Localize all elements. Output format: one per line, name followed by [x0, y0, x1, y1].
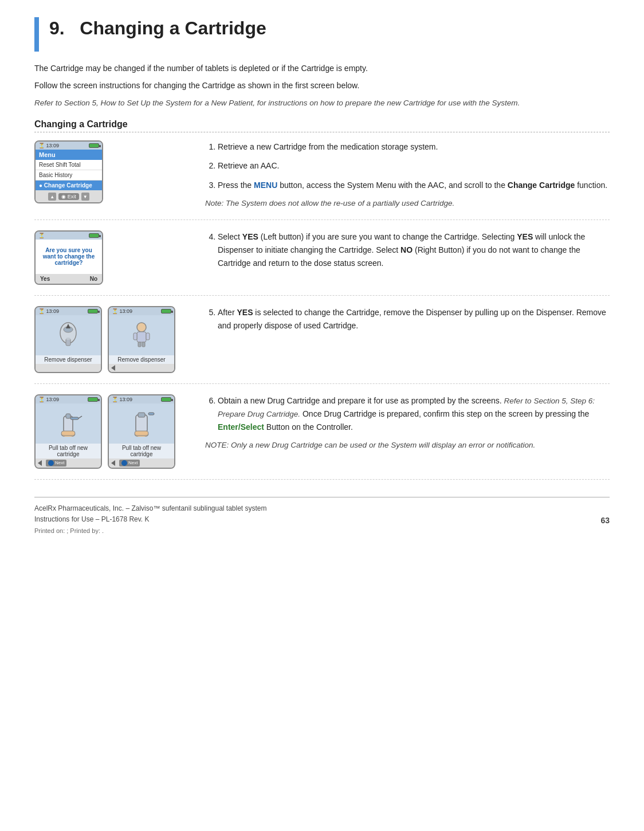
- device-topbar-2: ⏳: [36, 232, 102, 240]
- device-time-1: ⏳ 13:09: [38, 143, 59, 148]
- page-footer: AcelRx Pharmaceuticals, Inc. – Zalviso™ …: [34, 497, 610, 525]
- battery-icon-4a: [88, 397, 98, 402]
- device-pull-2: ⏳ 13:09: [108, 394, 175, 469]
- confirm-text: Are you sure you want to change the cart…: [40, 247, 97, 266]
- next-btn-1[interactable]: Next: [46, 460, 66, 467]
- block-4: ⏳ 13:09: [34, 394, 610, 480]
- yes-label[interactable]: Yes: [40, 276, 50, 282]
- yes-keyword: YES: [242, 232, 258, 241]
- chapter-header: 9. Changing a Cartridge: [34, 17, 610, 52]
- section-title: Changing a Cartridge: [34, 119, 610, 132]
- remove-screens-row: ⏳ 13:09: [34, 306, 189, 373]
- remove-body-1: [36, 315, 101, 355]
- instruction-1: Retrieve a new Cartridge from the medica…: [218, 140, 610, 154]
- svg-rect-6: [137, 332, 146, 342]
- up-arrow-btn[interactable]: ▲: [48, 193, 56, 201]
- svg-point-5: [137, 323, 146, 332]
- intro-line-2: Follow the screen instructions for chang…: [34, 79, 610, 92]
- block-3: ⏳ 13:09: [34, 306, 610, 384]
- device-time-4a: ⏳ 13:09: [38, 397, 59, 402]
- menu-item-change-cartridge: ● Change Cartridge: [36, 181, 102, 191]
- circle-btn-2: [121, 460, 127, 466]
- svg-rect-13: [70, 417, 78, 420]
- remove-icon-1: [54, 321, 83, 350]
- footer-line1: AcelRx Pharmaceuticals, Inc. – Zalviso™ …: [34, 503, 267, 514]
- svg-rect-12: [66, 414, 70, 418]
- remove-label-1: Remove dispenser: [36, 355, 101, 364]
- svg-rect-21: [135, 431, 148, 436]
- cartridge-svg-2: [127, 410, 156, 437]
- intro-line-1: The Cartridge may be changed if the numb…: [34, 62, 610, 75]
- instruction-4: Select YES (Left button) if you are sure…: [218, 230, 610, 270]
- svg-point-3: [66, 338, 70, 340]
- instruction-5: After YES is selected to change the Cart…: [218, 306, 610, 332]
- left-arrow-icon-4a: [38, 460, 42, 466]
- intro-italic: Refer to Section 5, How to Set Up the Sy…: [34, 97, 610, 109]
- menu-item-1: Reset Shift Total: [36, 160, 102, 170]
- pull-icon-2: [126, 409, 158, 438]
- menu-footer: ▲ ◉ Exit ▼: [36, 191, 102, 202]
- screenshots-col-2: ⏳ Are you sure you want to change the ca…: [34, 230, 189, 285]
- battery-icon-1: [89, 143, 99, 148]
- menu-item-2: Basic History: [36, 170, 102, 181]
- page-container: 9. Changing a Cartridge The Cartridge ma…: [0, 0, 644, 831]
- instruction-6: Obtain a new Drug Cartridge and prepare …: [218, 394, 610, 434]
- no-keyword: NO: [400, 245, 413, 254]
- device-topbar-3b: ⏳ 13:09: [109, 307, 174, 315]
- no-label[interactable]: No: [90, 276, 97, 282]
- block-2: ⏳ Are you sure you want to change the ca…: [34, 230, 610, 296]
- pull-label-2: Pull tab off new cartridge: [109, 444, 174, 458]
- footer-page-number: 63: [600, 516, 610, 525]
- device-time-3a: ⏳ 13:09: [38, 308, 59, 314]
- instructions-list-4: Obtain a new Drug Cartridge and prepare …: [205, 394, 610, 434]
- screenshots-col-3: ⏳ 13:09: [34, 306, 189, 373]
- change-cartridge-keyword: Change Cartridge: [508, 181, 575, 190]
- exit-btn[interactable]: ◉ Exit: [58, 193, 79, 200]
- remove-body-2: [109, 315, 174, 355]
- svg-rect-9: [138, 342, 141, 347]
- device-time-4b: ⏳ 13:09: [112, 397, 132, 402]
- screenshots-col-4: ⏳ 13:09: [34, 394, 189, 469]
- yes-keyword-2: YES: [517, 232, 533, 241]
- next-btn-2[interactable]: Next: [119, 460, 140, 467]
- svg-rect-10: [142, 342, 145, 347]
- left-arrow-icon-2: [111, 365, 115, 371]
- device-remove-2: ⏳ 13:09: [108, 306, 175, 373]
- instructions-list-3: After YES is selected to change the Cart…: [205, 306, 610, 332]
- instruction-6-italic: Refer to Section 5, Step 6: Prepare Drug…: [218, 397, 595, 418]
- instruction-3: Press the MENU button, access the System…: [218, 179, 610, 192]
- instructions-col-4: Obtain a new Drug Cartridge and prepare …: [205, 394, 610, 452]
- footer-left: AcelRx Pharmaceuticals, Inc. – Zalviso™ …: [34, 503, 267, 525]
- dispenser-svg-1: [54, 322, 82, 349]
- battery-icon-4b: [161, 397, 171, 402]
- footer-line2: Instructions for Use – PL-1678 Rev. K: [34, 514, 267, 525]
- screenshots-col-1: ⏳ 13:09 Menu Reset Shift Total Basic His…: [34, 140, 189, 203]
- device-topbar-4b: ⏳ 13:09: [109, 395, 174, 403]
- chapter-bar: [34, 17, 39, 52]
- device-confirm: ⏳ Are you sure you want to change the ca…: [34, 230, 103, 285]
- device-remove-1: ⏳ 13:09: [34, 306, 102, 373]
- device-topbar-4a: ⏳ 13:09: [36, 395, 101, 403]
- confirm-body: Are you sure you want to change the cart…: [36, 240, 102, 274]
- instruction-2: Retrieve an AAC.: [218, 159, 610, 173]
- instructions-col-1: Retrieve a new Cartridge from the medica…: [205, 140, 610, 209]
- pull-label-1: Pull tab off new cartridge: [36, 444, 101, 458]
- pull-body-1: [36, 403, 101, 444]
- confirm-footer: Yes No: [36, 274, 102, 284]
- chapter-number: 9.: [49, 18, 65, 38]
- chapter-title: 9. Changing a Cartridge: [49, 17, 266, 39]
- device-topbar-3a: ⏳ 13:09: [36, 307, 101, 315]
- device-clock-2: ⏳: [38, 233, 45, 238]
- yes-keyword-3: YES: [237, 308, 253, 317]
- circle-btn-1: [48, 460, 54, 466]
- block-1: ⏳ 13:09 Menu Reset Shift Total Basic His…: [34, 140, 610, 220]
- device-topbar-1: ⏳ 13:09: [36, 142, 102, 150]
- device-pull-1: ⏳ 13:09: [34, 394, 102, 469]
- svg-rect-16: [61, 431, 75, 436]
- down-arrow-btn[interactable]: ▼: [81, 193, 89, 201]
- svg-rect-19: [148, 413, 154, 415]
- remove-label-2: Remove dispenser: [109, 355, 174, 364]
- device-time-3b: ⏳ 13:09: [112, 308, 132, 314]
- instructions-list-2: Select YES (Left button) if you are sure…: [205, 230, 610, 270]
- device-menu: ⏳ 13:09 Menu Reset Shift Total Basic His…: [34, 140, 103, 203]
